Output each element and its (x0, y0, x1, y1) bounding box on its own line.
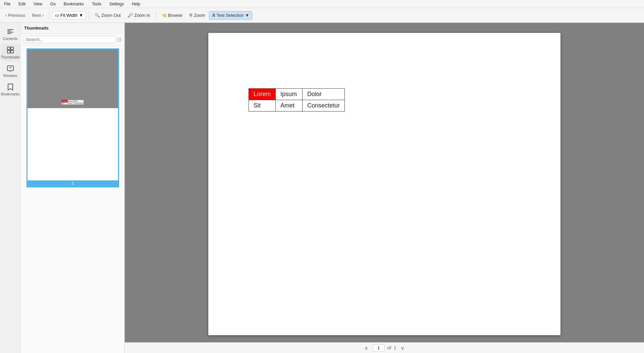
sidebar-icons: Contents Thumbnails Reviews Bookmarks (0, 23, 21, 353)
bookmarks-icon (6, 83, 14, 91)
prev-icon: ‹ (5, 13, 7, 18)
page-total-label: 1 (394, 345, 396, 350)
separator-3 (156, 11, 156, 19)
thumbnail-label: 1 (28, 180, 118, 186)
search-bar: ☷ (21, 34, 124, 46)
thumbnails-panel: Thumbnails ☷ Lorem Ipsum Dolor (21, 23, 125, 353)
svg-rect-4 (7, 47, 10, 50)
thumbnails-label: Thumbnails (1, 55, 20, 59)
thumbnail-page-1[interactable]: Lorem Ipsum Dolor Sit Amet Consectetur (26, 48, 119, 187)
fit-width-icon: ▭ (55, 13, 59, 18)
table-row: Lorem Ipsum Dolor (249, 89, 345, 100)
svg-rect-6 (7, 50, 10, 53)
pdf-area[interactable]: Lorem Ipsum Dolor Sit Amet Consectetur ∧… (125, 23, 644, 353)
text-selection-icon: A (212, 13, 215, 18)
table-row: Sit Amet Consectetur (249, 100, 345, 112)
zoom-in-button[interactable]: 🔎 Zoom In (125, 11, 153, 19)
text-selection-chevron-icon: ▼ (245, 13, 250, 18)
cell-ipsum: Ipsum (276, 89, 303, 100)
cell-sit: Sit (249, 100, 276, 112)
search-input[interactable] (23, 36, 116, 43)
svg-rect-7 (11, 50, 13, 53)
reviews-label: Reviews (3, 74, 17, 78)
cell-amet: Amet (276, 100, 303, 112)
browse-icon: 👈 (161, 13, 167, 18)
separator-1 (49, 11, 49, 19)
sidebar-item-reviews[interactable]: Reviews (1, 62, 20, 80)
separator-2 (89, 11, 89, 19)
menu-view[interactable]: View (32, 1, 44, 7)
browse-label: Browse (168, 13, 182, 18)
thumb-gray-area: Lorem Ipsum Dolor Sit Amet Consectetur (28, 49, 118, 108)
text-selection-label: Text Selection (217, 13, 244, 18)
filter-icon[interactable]: ☷ (117, 37, 122, 42)
page-number-input[interactable] (373, 344, 385, 351)
thumbnails-area[interactable]: Lorem Ipsum Dolor Sit Amet Consectetur (21, 46, 124, 353)
cell-lorem: Lorem (249, 89, 276, 100)
prev-label: Previous (8, 13, 25, 18)
pdf-table: Lorem Ipsum Dolor Sit Amet Consectetur (249, 88, 345, 112)
menu-bookmarks[interactable]: Bookmarks (62, 1, 85, 7)
contents-icon (6, 28, 14, 36)
zoom-button[interactable]: ⚲ Zoom (186, 11, 208, 19)
text-selection-button[interactable]: A Text Selection ▼ (209, 11, 252, 20)
zoom-out-icon: 🔍 (95, 13, 100, 18)
page-prev-button[interactable]: ∧ (363, 345, 370, 351)
zoom-out-label: Zoom Out (101, 13, 121, 18)
thumb-table-mini: Lorem Ipsum Dolor Sit Amet Consectetur (61, 100, 84, 105)
page-next-button[interactable]: ∨ (399, 345, 406, 351)
menu-bar: File Edit View Go Bookmarks Tools Settin… (0, 0, 644, 8)
sidebar-item-contents[interactable]: Contents (1, 26, 20, 43)
contents-label: Contents (3, 37, 17, 41)
next-icon: › (42, 13, 44, 18)
browse-button[interactable]: 👈 Browse (159, 11, 185, 19)
sidebar-item-thumbnails[interactable]: Thumbnails (1, 44, 20, 61)
panel-title: Thumbnails (21, 23, 124, 34)
zoom-label: Zoom (194, 13, 205, 18)
menu-edit[interactable]: Edit (17, 1, 27, 7)
prev-button[interactable]: ‹ Previous (3, 11, 28, 19)
page-of-label: of (387, 345, 391, 350)
fit-width-label: Fit Width (60, 13, 77, 18)
svg-rect-5 (11, 47, 13, 50)
bottom-bar: ∧ of 1 ∨ (125, 342, 644, 353)
menu-settings[interactable]: Settings (108, 1, 125, 7)
sidebar-item-bookmarks[interactable]: Bookmarks (1, 81, 20, 98)
fit-width-button[interactable]: ▭ Fit Width ▼ (52, 11, 86, 19)
reviews-icon (6, 64, 14, 73)
toolbar: ‹ Previous Next › ▭ Fit Width ▼ 🔍 Zoom O… (0, 8, 644, 23)
fit-width-chevron-icon: ▼ (79, 13, 83, 18)
cell-consectetur: Consectetur (303, 100, 345, 112)
cell-dolor: Dolor (303, 89, 345, 100)
thumb-white-area (28, 108, 118, 180)
zoom-out-button[interactable]: 🔍 Zoom Out (92, 11, 123, 19)
menu-help[interactable]: Help (130, 1, 142, 7)
menu-file[interactable]: File (3, 1, 12, 7)
menu-go[interactable]: Go (49, 1, 57, 7)
main-layout: Contents Thumbnails Reviews Bookmarks (0, 23, 644, 353)
thumbnails-icon (6, 46, 14, 54)
zoom-icon: ⚲ (189, 13, 193, 18)
next-label: Next (32, 13, 41, 18)
pdf-page: Lorem Ipsum Dolor Sit Amet Consectetur (208, 33, 560, 335)
next-button[interactable]: Next › (29, 11, 46, 19)
menu-tools[interactable]: Tools (91, 1, 103, 7)
zoom-in-label: Zoom In (134, 13, 150, 18)
bookmarks-label: Bookmarks (1, 92, 19, 96)
thumbnail-image: Lorem Ipsum Dolor Sit Amet Consectetur (28, 49, 118, 180)
zoom-in-icon: 🔎 (127, 13, 133, 18)
